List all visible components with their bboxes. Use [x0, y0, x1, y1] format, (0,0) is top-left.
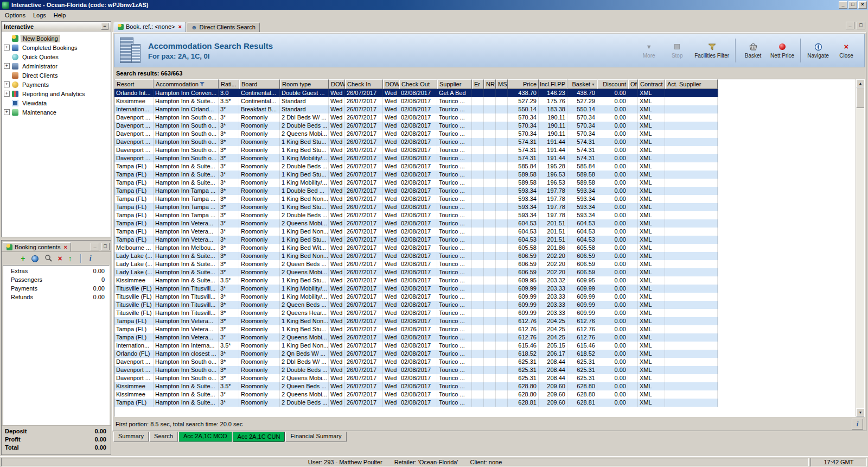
navigate-button[interactable]: Navigate [805, 36, 832, 65]
column-header-supplier[interactable]: Supplier [437, 79, 472, 89]
delete-item-icon[interactable]: × [58, 255, 62, 262]
basket-button[interactable]: Basket [739, 36, 767, 65]
column-header-act-supplier[interactable]: Act. Supplier [665, 79, 718, 89]
facilities-filter-button[interactable]: Facilities Filter [692, 36, 732, 65]
sidebar-item-quick-quotes[interactable]: Quick Quotes [2, 52, 111, 61]
column-header-basket[interactable]: Basket▼ [567, 79, 597, 89]
table-row[interactable]: Lady Lake (...Hampton Inn & Suite...3*Ro… [114, 252, 718, 260]
table-row[interactable]: Davenport ...Hampton Inn South o...3*Roo… [114, 146, 718, 154]
info-icon[interactable]: i [90, 254, 92, 263]
table-row[interactable]: Lady Lake (...Hampton Inn & Suite...3*Ro… [114, 260, 718, 268]
scroll-down-icon[interactable]: ▼ [856, 408, 865, 416]
bottom-tab-search[interactable]: Search [149, 432, 178, 442]
sidebar-item-new-booking[interactable]: New Booking [2, 34, 111, 43]
table-row[interactable]: Orlando Int...Hampton Inn Conven...3.0Co… [114, 89, 718, 97]
column-header-rati[interactable]: Rati... [219, 79, 239, 89]
table-row[interactable]: Davenport ...Hampton Inn South o...3*Roo… [114, 366, 718, 374]
mdi-minimize-button[interactable]: _ [846, 22, 854, 29]
table-row[interactable]: Melbourne ...Hampton Inn Melbou...3*Room… [114, 244, 718, 252]
booking-contents-row[interactable]: Extras0.00 [3, 267, 109, 275]
expand-icon[interactable]: + [4, 45, 10, 51]
table-row[interactable]: Davenport ...Hampton Inn South o...3*Roo… [114, 138, 718, 146]
sidebar-item-payments[interactable]: +Payments [2, 80, 111, 89]
search-basket-icon[interactable] [44, 254, 52, 263]
table-row[interactable]: Internation...Hampton Inn Orland...3*Bre… [114, 105, 718, 113]
table-row[interactable]: Titusville (FL)Hampton Inn Titusvill...3… [114, 293, 718, 301]
table-row[interactable]: Lady Lake (...Hampton Inn & Suite...3*Ro… [114, 268, 718, 276]
bottom-tab-summary[interactable]: Summary [113, 432, 149, 442]
expand-icon[interactable]: + [4, 109, 10, 115]
minimize-button[interactable]: _ [839, 1, 847, 9]
column-header-discount[interactable]: Discount [597, 79, 628, 89]
nett-price-button[interactable]: Nett Price [768, 36, 797, 65]
column-header-check-in[interactable]: Check In [345, 79, 383, 89]
sidebar-item-completed-bookings[interactable]: +Completed Bookings [2, 43, 111, 52]
table-row[interactable]: KissimmeeHampton Inn & Suite...3*Roomonl… [114, 390, 718, 399]
sidebar-item-viewdata[interactable]: Viewdata [2, 98, 111, 108]
menu-help[interactable]: Help [50, 11, 70, 19]
column-header-board[interactable]: Board [239, 79, 280, 89]
panel-restore-button[interactable]: □ [101, 243, 110, 250]
table-row[interactable]: Internation...Hampton Inn Interna...3.5*… [114, 342, 718, 350]
booking-tab-close-icon[interactable]: × [62, 245, 67, 250]
table-row[interactable]: Tampa (FL)Hampton Inn Vetera...3*Roomonl… [114, 317, 718, 325]
table-row[interactable]: Tampa (FL)Hampton Inn & Suite...3*Roomon… [114, 162, 718, 171]
table-row[interactable]: Tampa (FL)Hampton Inn & Suite...3*Roomon… [114, 179, 718, 187]
column-header-er[interactable]: Er [472, 79, 484, 89]
column-header-resort[interactable]: Resort [114, 79, 154, 89]
column-header-dow[interactable]: DOW [383, 79, 399, 89]
table-row[interactable]: Tampa (FL)Hampton Inn Vetera...3*Roomonl… [114, 236, 718, 244]
info-button[interactable]: i [852, 419, 863, 430]
table-row[interactable]: KissimmeeHampton Inn & Suite...3.5*Roomo… [114, 382, 718, 390]
table-row[interactable]: Titusville (FL)Hampton Inn Titusvill...3… [114, 301, 718, 309]
column-header-contract[interactable]: Contract [638, 79, 665, 89]
scroll-thumb[interactable] [856, 87, 865, 108]
menu-logs[interactable]: Logs [29, 11, 50, 19]
column-header-accommodation[interactable]: Accommodation [154, 79, 219, 89]
table-row[interactable]: Davenport ...Hampton Inn South o...3*Roo… [114, 154, 718, 162]
vertical-scrollbar[interactable]: ▲ ▼ [856, 79, 864, 416]
globe-icon[interactable] [31, 255, 39, 262]
column-header-of[interactable]: Of [628, 79, 638, 89]
bottom-tab-financial-summary[interactable]: Financial Summary [285, 432, 346, 442]
sidebar-item-maintenance[interactable]: +Maintenance [2, 108, 111, 117]
column-header-room-type[interactable]: Room type [280, 79, 329, 89]
booking-contents-row[interactable]: Payments0.00 [3, 284, 109, 293]
tab-book-ref-none[interactable]: Book. ref.: <none>× [113, 22, 186, 32]
table-row[interactable]: Tampa (FL)Hampton Inn Vetera...3*Roomonl… [114, 333, 718, 342]
table-row[interactable]: Titusville (FL)Hampton Inn Titusvill...3… [114, 285, 718, 293]
table-row[interactable]: KissimmeeHampton Inn & Suite...3.5*Roomo… [114, 276, 718, 285]
table-row[interactable]: Tampa (FL)Hampton Inn Vetera...3*Roomonl… [114, 228, 718, 236]
mdi-restore-button[interactable]: □ [857, 22, 865, 29]
expand-icon[interactable]: + [4, 81, 10, 87]
bottom-tab-acc-2a-1c-cun[interactable]: Acc 2A,1C CUN [233, 432, 285, 442]
table-row[interactable]: Tampa (FL)Hampton Inn & Suite...3*Roomon… [114, 171, 718, 179]
table-row[interactable]: Tampa (FL)Hampton Inn & Suite...3*Roomon… [114, 399, 718, 407]
table-row[interactable]: Davenport ...Hampton Inn South o...3*Roo… [114, 122, 718, 130]
table-row[interactable]: Titusville (FL)Hampton Inn Titusvill...3… [114, 309, 718, 317]
tab-close-icon[interactable]: × [177, 24, 182, 29]
bottom-tab-acc-2a-1c-mco[interactable]: Acc 2A,1C MCO [178, 432, 232, 442]
column-header-nr[interactable]: NR [484, 79, 496, 89]
column-header-price[interactable]: Price [508, 79, 539, 89]
panel-collapse-button[interactable]: − [101, 23, 108, 30]
table-row[interactable]: Tampa (FL)Hampton Inn Tampa ...3*Roomonl… [114, 211, 718, 219]
close-window-button[interactable]: × [858, 1, 867, 9]
table-row[interactable]: Davenport ...Hampton Inn South o...3*Roo… [114, 358, 718, 366]
table-row[interactable]: Davenport ...Hampton Inn South o...3*Roo… [114, 374, 718, 382]
filter-funnel-icon[interactable] [200, 81, 205, 87]
tab-direct-clients-search[interactable]: ☻Direct Clients Search [187, 22, 260, 32]
sidebar-item-reporting-and-analytics[interactable]: +Reporting and Analytics [2, 89, 111, 98]
table-row[interactable]: Tampa (FL)Hampton Inn Vetera...3*Roomonl… [114, 325, 718, 333]
column-header-check-out[interactable]: Check Out [399, 79, 437, 89]
table-row[interactable]: Tampa (FL)Hampton Inn Tampa ...3*Roomonl… [114, 187, 718, 195]
table-row[interactable]: Davenport ...Hampton Inn South o...3*Roo… [114, 113, 718, 122]
table-row[interactable]: Orlando (FL)Hampton Inn closest ...3*Roo… [114, 350, 718, 358]
table-row[interactable]: KissimmeeHampton Inn & Suite...3.5*Conti… [114, 97, 718, 105]
column-header-incl-fl-pp[interactable]: Incl.Fl.PP [539, 79, 567, 89]
expand-icon[interactable]: + [4, 91, 10, 97]
table-row[interactable]: Tampa (FL)Hampton Inn Tampa ...3*Roomonl… [114, 195, 718, 203]
expand-icon[interactable]: + [4, 63, 10, 69]
table-row[interactable]: Davenport ...Hampton Inn South o...3*Roo… [114, 130, 718, 138]
sidebar-item-direct-clients[interactable]: Direct Clients [2, 71, 111, 80]
